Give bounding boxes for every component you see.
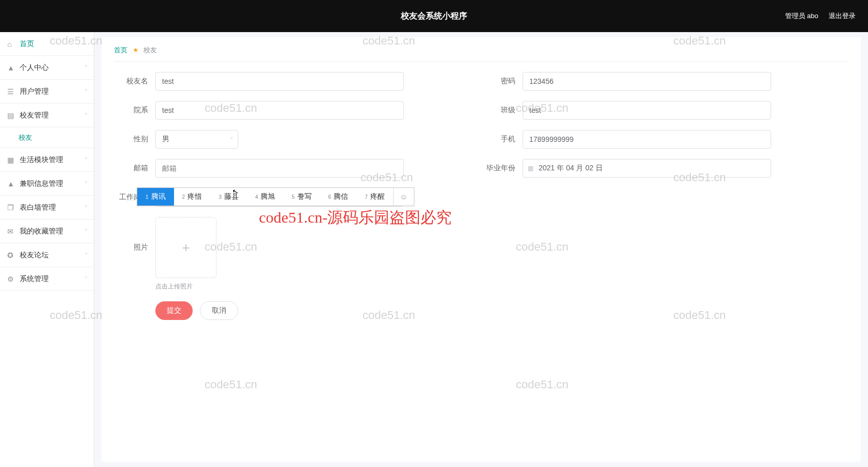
sidebar-item-forum[interactable]: ✪ 校友论坛 ˅ (0, 243, 94, 267)
header-actions: 管理员 abo 退出登录 (785, 11, 856, 21)
dept-input[interactable] (155, 101, 404, 120)
ime-candidate-2[interactable]: 2疼惜 (174, 188, 211, 206)
photo-upload[interactable]: + (155, 217, 216, 278)
chevron-down-icon: ˅ (85, 228, 88, 234)
plus-icon: + (182, 240, 190, 256)
chat-icon: ✉ (7, 227, 16, 236)
ime-candidate-7[interactable]: 7疼醒 (356, 188, 393, 206)
star-icon: ★ (133, 46, 139, 54)
sidebar-item-label: 校友论坛 (20, 251, 49, 260)
chevron-down-icon: ˅ (85, 65, 88, 70)
user-icon: ▲ (7, 180, 16, 188)
pwd-input[interactable] (523, 72, 771, 91)
ime-candidate-1[interactable]: 1腾讯 (137, 188, 174, 206)
user-icon: ▲ (7, 64, 16, 72)
home-icon: ⌂ (7, 40, 16, 48)
name-input[interactable] (155, 72, 404, 91)
ime-candidate-3[interactable]: 3藤县 (210, 188, 247, 206)
ime-candidate-bar: 1腾讯 2疼惜 3藤县 4腾旭 5誊写 6腾信 7疼醒 ☺ (137, 187, 414, 206)
sidebar-item-parttime[interactable]: ▲ 兼职信息管理 ˅ (0, 172, 94, 196)
globe-icon: ✪ (7, 251, 16, 259)
phone-label: 手机 (481, 135, 523, 144)
ime-candidate-5[interactable]: 5誊写 (283, 188, 320, 206)
sidebar-item-favorite[interactable]: ✉ 我的收藏管理 ˅ (0, 220, 94, 243)
breadcrumb-current: 校友 (143, 46, 157, 54)
users-icon: ☰ (7, 87, 16, 96)
ime-emoji-button[interactable]: ☺ (393, 188, 414, 206)
class-label: 班级 (481, 106, 523, 115)
sidebar-item-label: 表白墙管理 (20, 203, 56, 212)
chevron-down-icon: ˅ (85, 205, 88, 210)
sidebar-item-label: 个人中心 (20, 63, 49, 72)
sidebar-item-label: 生活模块管理 (20, 155, 63, 165)
sidebar-item-wall[interactable]: ❐ 表白墙管理 ˅ (0, 196, 94, 220)
document-icon: ▤ (7, 111, 16, 120)
ime-candidate-4[interactable]: 4腾旭 (247, 188, 284, 206)
sidebar-subitem-label: 校友 (19, 133, 32, 142)
main-content: 首页 ★ 校友 校友名 院系 性别 ˅ (102, 37, 861, 462)
gear-icon: ⚙ (7, 275, 16, 283)
smile-icon: ☺ (400, 193, 407, 201)
gender-label: 性别 (114, 135, 155, 144)
logout-link[interactable]: 退出登录 (829, 11, 856, 21)
admin-label[interactable]: 管理员 abo (785, 11, 818, 21)
photo-label: 照片 (114, 217, 155, 252)
sidebar: ⌂ 首页 ▲ 个人中心 ˅ ☰ 用户管理 ˅ ▤ 校友管理 ˄ 校友 ▦ 生活模… (0, 32, 94, 467)
chevron-up-icon: ˄ (85, 112, 88, 118)
chevron-down-icon: ˅ (85, 252, 88, 258)
sidebar-item-home[interactable]: ⌂ 首页 (0, 32, 94, 56)
ime-candidate-6[interactable]: 6腾信 (320, 188, 357, 206)
breadcrumb: 首页 ★ 校友 (114, 46, 848, 62)
breadcrumb-home[interactable]: 首页 (114, 46, 127, 54)
chevron-down-icon: ˅ (85, 89, 88, 94)
chevron-down-icon: ˅ (85, 181, 88, 186)
sidebar-item-label: 校友管理 (20, 111, 49, 120)
photo-tip: 点击上传照片 (155, 282, 216, 291)
sidebar-item-label: 首页 (20, 39, 34, 49)
gender-select[interactable] (155, 130, 238, 149)
chevron-down-icon: ˅ (85, 276, 88, 282)
name-label: 校友名 (114, 77, 155, 86)
gradyear-label: 毕业年份 (481, 164, 523, 173)
app-header: 校友会系统小程序 管理员 abo 退出登录 (0, 0, 868, 32)
sidebar-item-users[interactable]: ☰ 用户管理 ˅ (0, 80, 94, 104)
app-title: 校友会系统小程序 (401, 11, 467, 22)
sidebar-item-label: 用户管理 (20, 87, 49, 96)
dept-label: 院系 (114, 106, 155, 115)
sidebar-item-profile[interactable]: ▲ 个人中心 ˅ (0, 56, 94, 80)
phone-input[interactable] (523, 130, 771, 149)
sidebar-item-system[interactable]: ⚙ 系统管理 ˅ (0, 267, 94, 291)
sidebar-item-life[interactable]: ▦ 生活模块管理 ˅ (0, 148, 94, 172)
copy-icon: ❐ (7, 203, 16, 212)
grid-icon: ▦ (7, 156, 16, 164)
pwd-label: 密码 (481, 77, 523, 86)
sidebar-item-label: 系统管理 (20, 274, 49, 284)
sidebar-item-label: 我的收藏管理 (20, 227, 63, 236)
sidebar-item-label: 兼职信息管理 (20, 179, 63, 188)
submit-button[interactable]: 提交 (155, 301, 193, 320)
cancel-button[interactable]: 取消 (200, 301, 238, 320)
sidebar-item-alumni[interactable]: ▤ 校友管理 ˄ (0, 104, 94, 127)
chevron-down-icon: ˅ (85, 157, 88, 163)
gradyear-input[interactable] (523, 159, 771, 178)
email-input[interactable] (155, 159, 404, 178)
email-label: 邮箱 (114, 164, 155, 173)
class-input[interactable] (523, 101, 771, 120)
sidebar-subitem-alumni[interactable]: 校友 (0, 127, 94, 148)
